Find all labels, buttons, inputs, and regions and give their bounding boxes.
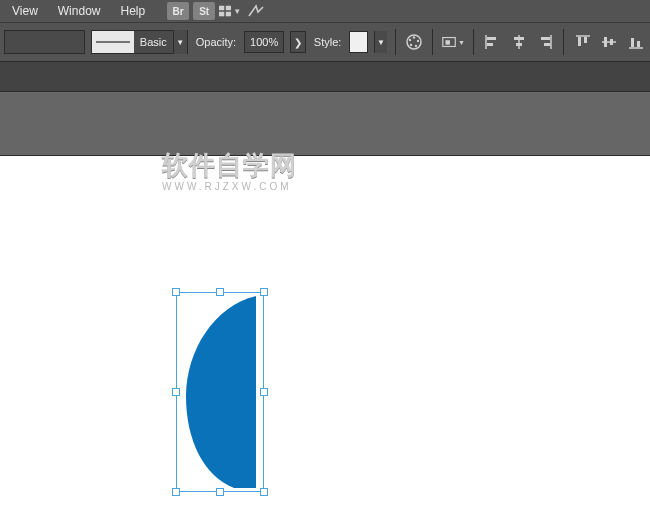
stroke-style-dropdown-icon[interactable]: ▼ [173, 30, 187, 54]
svg-rect-17 [516, 43, 522, 46]
svg-rect-14 [487, 43, 493, 46]
svg-rect-2 [219, 12, 224, 17]
handle-bottom-right[interactable] [260, 488, 268, 496]
opacity-input[interactable]: 100% [244, 31, 284, 53]
stroke-style-label: Basic [134, 31, 173, 53]
svg-point-9 [409, 39, 411, 41]
handle-bottom-middle[interactable] [216, 488, 224, 496]
menu-view[interactable]: View [4, 2, 46, 20]
opacity-popup-button[interactable]: ❯ [290, 31, 306, 53]
svg-point-5 [413, 36, 415, 38]
separator [563, 29, 564, 55]
menu-help[interactable]: Help [112, 2, 153, 20]
recolor-artwork-icon[interactable] [403, 30, 424, 54]
svg-point-8 [410, 44, 412, 46]
align-right-icon[interactable] [535, 30, 556, 54]
menu-bar: View Window Help Br St ▼ [0, 0, 650, 22]
handle-middle-left[interactable] [172, 388, 180, 396]
bbox-outline [176, 292, 264, 492]
graphic-style-swatch[interactable] [349, 31, 368, 53]
handle-middle-right[interactable] [260, 388, 268, 396]
handle-top-right[interactable] [260, 288, 268, 296]
selection-bounding-box[interactable] [176, 292, 264, 492]
document-tab-strip [0, 62, 650, 92]
menu-window[interactable]: Window [50, 2, 109, 20]
align-left-icon[interactable] [482, 30, 503, 54]
svg-point-6 [417, 40, 419, 42]
artboard-canvas[interactable] [0, 156, 650, 529]
gpu-preview-icon[interactable] [245, 2, 267, 20]
align-top-icon[interactable] [572, 30, 593, 54]
arrange-documents-icon[interactable]: ▼ [219, 2, 241, 20]
opacity-label: Opacity: [194, 36, 238, 48]
svg-rect-1 [226, 6, 231, 11]
align-middle-vertical-icon[interactable] [599, 30, 620, 54]
handle-bottom-left[interactable] [172, 488, 180, 496]
bridge-button[interactable]: Br [167, 2, 189, 20]
separator [432, 29, 433, 55]
svg-rect-11 [445, 40, 449, 44]
svg-rect-25 [604, 37, 607, 47]
svg-rect-29 [637, 41, 640, 47]
svg-point-7 [415, 45, 417, 47]
handle-top-middle[interactable] [216, 288, 224, 296]
fill-stroke-swatch[interactable] [4, 30, 85, 54]
stock-button[interactable]: St [193, 2, 215, 20]
separator [473, 29, 474, 55]
svg-rect-0 [219, 6, 224, 11]
panel-strip [0, 92, 650, 156]
svg-rect-13 [487, 37, 496, 40]
align-center-horizontal-icon[interactable] [508, 30, 529, 54]
svg-rect-26 [610, 39, 613, 45]
stroke-style-control[interactable]: Basic ▼ [91, 30, 188, 54]
svg-rect-20 [544, 43, 550, 46]
handle-top-left[interactable] [172, 288, 180, 296]
style-dropdown-icon[interactable]: ▼ [374, 31, 386, 53]
separator [395, 29, 396, 55]
svg-rect-22 [578, 37, 581, 46]
stroke-preview-icon [92, 31, 134, 53]
style-label: Style: [312, 36, 344, 48]
options-bar: Basic ▼ Opacity: 100% ❯ Style: ▼ ▼ [0, 22, 650, 62]
svg-rect-16 [514, 37, 524, 40]
svg-rect-19 [541, 37, 550, 40]
svg-rect-23 [584, 37, 587, 43]
svg-rect-3 [226, 12, 231, 17]
align-bottom-icon[interactable] [625, 30, 646, 54]
align-to-artboard-icon[interactable]: ▼ [441, 30, 465, 54]
svg-rect-28 [631, 38, 634, 47]
